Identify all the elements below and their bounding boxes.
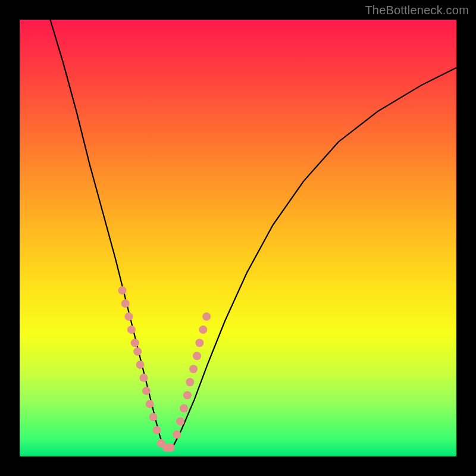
scatter-dot: [136, 361, 145, 369]
scatter-dot: [199, 325, 207, 334]
scatter-dot: [149, 413, 158, 421]
scatter-dot: [127, 325, 136, 334]
scatter-dot: [146, 400, 154, 408]
chart-overlay: [20, 20, 456, 456]
scatter-dot: [118, 286, 127, 295]
scatter-dot: [131, 339, 139, 347]
scatter-dot: [186, 378, 194, 386]
scatter-dot: [176, 417, 184, 425]
scatter-dot: [140, 374, 148, 382]
scatter-dot: [189, 365, 198, 373]
scatter-dot: [142, 387, 151, 395]
scatter-dot: [183, 391, 192, 399]
outer-frame: TheBottleneck.com: [0, 0, 476, 476]
watermark-text: TheBottleneck.com: [365, 4, 469, 17]
scatter-dot: [173, 430, 181, 439]
scatter-dot: [195, 339, 203, 347]
curve-line: [50, 20, 456, 447]
scatter-dot: [202, 312, 211, 321]
scatter-dot: [193, 352, 201, 360]
scatter-dot: [153, 426, 161, 434]
scatter-dot: [121, 299, 130, 308]
scatter-dot: [180, 404, 188, 412]
scatter-dot: [125, 312, 133, 321]
scatter-group: [118, 286, 211, 452]
plot-area: [20, 20, 456, 456]
scatter-dot: [133, 347, 142, 356]
scatter-dot: [167, 443, 175, 452]
